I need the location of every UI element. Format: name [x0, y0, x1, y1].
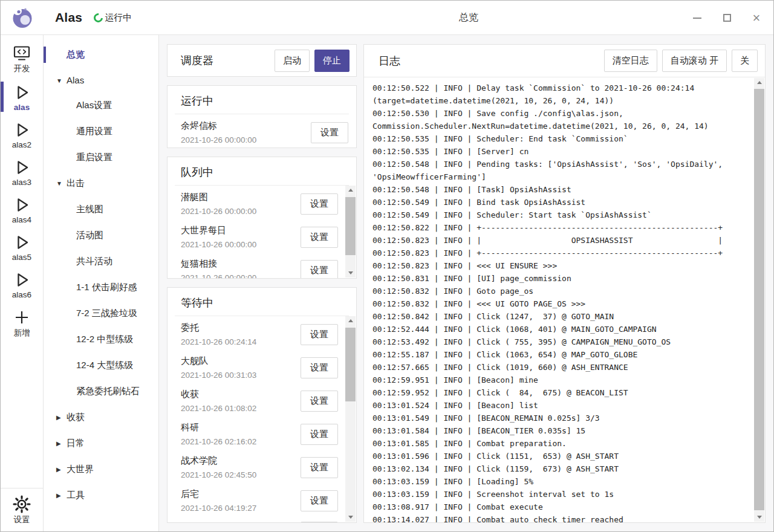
task-setting-button[interactable]: 设置 [301, 457, 338, 478]
task-name: 收获 [181, 389, 256, 400]
nav-item[interactable]: 总览 [44, 44, 158, 65]
autoscroll-toggle-button[interactable]: 自动滚动 开 [662, 50, 727, 72]
task-name: 大世界每日 [181, 225, 256, 236]
nav-item[interactable]: ▼Alas [44, 70, 158, 90]
running-title: 运行中 [167, 86, 356, 114]
waiting-scrollbar[interactable] [345, 316, 356, 522]
nav-item-label: Alas [67, 75, 84, 85]
task-setting-button[interactable]: 设置 [301, 391, 338, 412]
nav-item[interactable]: Alas设置 [44, 95, 158, 116]
nav-item[interactable]: ▶日常 [44, 433, 158, 454]
rail-item[interactable]: alas3 [1, 153, 43, 190]
code-monitor-icon [13, 44, 31, 62]
task-setting-button[interactable]: 设置 [301, 260, 338, 279]
task-name: 科研 [181, 422, 256, 433]
nav-item[interactable]: ▶工具 [44, 485, 158, 506]
nav-item[interactable]: 通用设置 [44, 121, 158, 142]
task-setting-button[interactable]: 设置 [311, 122, 348, 143]
group-arrow-icon: ▶ [56, 466, 67, 473]
nav-item-label: 活动图 [76, 230, 103, 240]
log-line: 00:12:50.530 | INFO | Save config ./conf… [372, 107, 748, 132]
nav-item[interactable]: 7-2 三战捡垃圾 [44, 303, 158, 324]
nav-item-label: 重启设置 [76, 152, 112, 162]
rail-item[interactable]: 开发 [1, 39, 43, 78]
rail-item[interactable]: alas6 [1, 265, 43, 303]
plus-icon [13, 308, 30, 326]
group-arrow-icon: ▼ [56, 180, 67, 187]
scroll-up-arrow-icon[interactable] [754, 78, 764, 88]
running-card: 运行中 余烬信标 2021-10-26 00:00:00 设置 [167, 85, 357, 148]
scroll-up-arrow-icon[interactable] [345, 186, 356, 196]
task-name: 余烬信标 [181, 120, 256, 132]
task-setting-button[interactable]: 设置 [301, 424, 338, 445]
scroll-down-arrow-icon[interactable] [345, 267, 356, 277]
nav-item[interactable]: 1-1 伏击刷好感 [44, 277, 158, 298]
log-scrollbar[interactable] [754, 78, 764, 522]
nav-item-label: 12-2 中型练级 [76, 334, 133, 344]
rail-item-label: 设置 [14, 514, 30, 525]
scroll-up-arrow-icon[interactable] [345, 316, 356, 326]
log-off-button[interactable]: 关 [732, 50, 758, 72]
task-setting-button[interactable]: 设置 [301, 227, 338, 248]
log-panel: 日志 清空日志 自动滚动 开 关 00:12:50.522 | INFO | D… [363, 44, 766, 523]
task-setting-button[interactable]: 设置 [301, 522, 338, 522]
task-row: 短猫相接 2021-10-26 00:00:00 设置 [167, 253, 346, 278]
nav-item[interactable]: ▼出击 [44, 173, 158, 194]
maximize-button[interactable] [721, 12, 733, 24]
page-title: 总览 [459, 11, 478, 24]
task-row: 后宅 2021-10-26 04:19:27 设置 [167, 484, 346, 517]
log-line: 00:13:03.159 | INFO | [Loading] 5% [372, 475, 748, 488]
nav-item[interactable]: 共斗活动 [44, 251, 158, 272]
task-row: 大舰队 2021-10-26 00:31:03 设置 [167, 351, 346, 384]
task-setting-button[interactable]: 设置 [301, 193, 338, 215]
rail-item[interactable]: alas5 [1, 228, 43, 265]
nav-item[interactable]: 12-4 大型练级 [44, 355, 158, 376]
task-time: 2021-10-26 00:31:03 [181, 371, 256, 380]
rail-item[interactable]: alas2 [1, 115, 43, 153]
scrollbar-thumb[interactable] [754, 89, 764, 510]
nav-item-label: 紧急委托刷钻石 [76, 386, 140, 396]
nav-item[interactable]: ▶收获 [44, 407, 158, 428]
stop-button[interactable]: 停止 [314, 50, 350, 72]
scrollbar-thumb[interactable] [345, 328, 356, 401]
pending-scrollbar[interactable] [345, 186, 356, 277]
log-line: 00:12:50.522 | INFO | Delay task `Commis… [372, 82, 748, 107]
scrollbar-thumb[interactable] [345, 197, 356, 255]
log-line: 00:12:50.548 | INFO | [Task] OpsiAshAssi… [372, 183, 748, 196]
nav-item[interactable]: 重启设置 [44, 147, 158, 168]
rail-item[interactable]: 新增 [1, 303, 43, 342]
task-setting-button[interactable]: 设置 [301, 357, 338, 378]
rail-item[interactable]: alas [1, 78, 43, 115]
log-line: 00:12:50.549 | INFO | Bind task OpsiAshA… [372, 196, 748, 209]
log-output[interactable]: 00:12:50.522 | INFO | Delay task `Commis… [364, 77, 765, 522]
main-content: 调度器 启动 停止 运行中 余烬信标 [159, 35, 773, 531]
nav-item[interactable]: 12-2 中型练级 [44, 329, 158, 350]
start-button[interactable]: 启动 [275, 50, 310, 72]
scroll-down-arrow-icon[interactable] [345, 511, 356, 522]
task-row: 潜艇图 2021-10-26 00:00:00 设置 [167, 187, 346, 220]
pending-task-list: 潜艇图 2021-10-26 00:00:00 设置 大世界每日 2021-10… [167, 186, 346, 278]
task-row: 余烬信标 2021-10-26 00:00:00 设置 [167, 115, 356, 148]
task-row: 收获 2021-10-26 01:08:02 设置 [167, 384, 346, 417]
nav-item[interactable]: 主线图 [44, 199, 158, 220]
close-button[interactable]: × [750, 12, 763, 24]
task-setting-button[interactable]: 设置 [301, 324, 338, 345]
minimize-button[interactable] [691, 12, 703, 24]
log-line: 00:12:53.492 | INFO | Click ( 755, 395) … [372, 336, 748, 348]
nav-item-label: 通用设置 [76, 126, 112, 136]
nav-item[interactable]: ▶大世界 [44, 459, 158, 480]
rail-item-settings[interactable]: 设置 [1, 490, 43, 529]
rail-item-label: 开发 [14, 63, 30, 74]
log-line: 00:12:50.535 | INFO | Scheduler: End tas… [372, 132, 748, 145]
scroll-down-arrow-icon[interactable] [754, 511, 764, 522]
nav-item-label: 收获 [67, 412, 85, 422]
group-arrow-icon: ▶ [56, 440, 67, 447]
nav-item-label: 大世界 [67, 464, 94, 474]
task-setting-button[interactable]: 设置 [301, 490, 338, 511]
rail-item[interactable]: alas4 [1, 190, 43, 228]
nav-item-label: 总览 [67, 49, 85, 59]
nav-item[interactable]: 紧急委托刷钻石 [44, 381, 158, 402]
clear-log-button[interactable]: 清空日志 [604, 50, 657, 72]
scheduler-status: 运行中 [105, 12, 132, 24]
nav-item[interactable]: 活动图 [44, 225, 158, 246]
